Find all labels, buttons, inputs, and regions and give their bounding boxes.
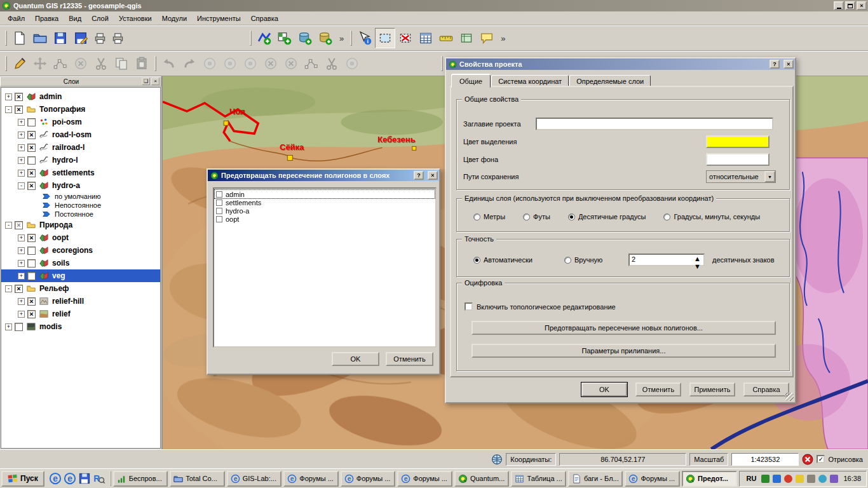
tree-expander-icon[interactable]: + [18, 273, 25, 280]
tree-expander-icon[interactable]: + [18, 234, 25, 241]
layer-row[interactable]: +ecoregions [1, 244, 160, 257]
dialog-close-button[interactable]: × [783, 60, 794, 69]
unit-radio[interactable]: Метры [473, 213, 505, 220]
menu-item[interactable]: Инструменты [192, 13, 246, 24]
checklist-item[interactable]: oopt [215, 215, 435, 223]
simplify-feature-button[interactable] [200, 53, 220, 74]
layer-row[interactable]: Непостоянное [1, 201, 160, 210]
layer-row[interactable]: +×admin [1, 90, 160, 103]
toolbar-grip[interactable] [250, 30, 252, 46]
tab-general[interactable]: Общие [451, 74, 491, 88]
scale-value[interactable]: 1:423532 [731, 453, 799, 466]
layer-row[interactable]: +modis [1, 320, 160, 333]
identify-button[interactable] [355, 28, 375, 48]
toolbar-grip[interactable] [5, 30, 7, 46]
item-checkbox[interactable] [216, 208, 222, 214]
layer-row[interactable]: -×Топография [1, 103, 160, 116]
tray-icon-7[interactable] [830, 475, 838, 483]
layer-visibility-checkbox[interactable]: × [15, 221, 23, 229]
merge-features-button[interactable] [342, 53, 362, 74]
toolbar-grip[interactable] [441, 56, 443, 71]
delete-ring-button[interactable] [261, 53, 281, 74]
spinner-down-icon[interactable]: ▼ [694, 262, 703, 270]
deselect-features-button[interactable] [395, 28, 416, 48]
layer-row[interactable]: Постоянное [1, 210, 160, 219]
taskbar-button[interactable]: Таблица ... [511, 471, 566, 487]
paste-features-button[interactable] [132, 53, 152, 74]
menu-item[interactable]: Правка [30, 13, 64, 24]
reshape-features-button[interactable] [301, 53, 322, 74]
tray-icon-4[interactable] [796, 475, 804, 483]
select-features-button[interactable] [375, 28, 395, 48]
tree-expander-icon[interactable]: + [5, 93, 12, 100]
menu-item[interactable]: Справка [246, 13, 283, 24]
layer-visibility-checkbox[interactable] [15, 323, 23, 331]
dialog-close-button[interactable]: × [428, 171, 438, 180]
layer-row[interactable]: +×relief-hill [1, 295, 160, 308]
layer-row[interactable]: +soils [1, 257, 160, 269]
taskbar-button[interactable]: Предот... [682, 471, 737, 487]
resize-grip[interactable] [785, 393, 794, 401]
internet-explorer-icon[interactable] [64, 472, 76, 485]
checklist-item[interactable]: settlements [215, 198, 435, 207]
project-title-input[interactable] [536, 118, 773, 130]
tree-expander-icon[interactable]: + [18, 311, 25, 318]
delete-part-button[interactable] [281, 53, 301, 74]
print-button[interactable] [109, 29, 126, 47]
cancel-button[interactable]: Отменить [635, 383, 681, 396]
tree-expander-icon[interactable]: - [18, 182, 25, 189]
layer-visibility-checkbox[interactable] [27, 156, 36, 165]
layer-visibility-checkbox[interactable]: × [27, 310, 36, 318]
close-button[interactable]: × [857, 1, 867, 10]
delete-selected-button[interactable] [71, 53, 91, 74]
layer-row[interactable]: -×Рельеф [1, 282, 160, 295]
menu-item[interactable]: Слой [86, 13, 114, 24]
ok-button[interactable]: OK [581, 383, 627, 396]
taskbar-button[interactable]: Quantum... [454, 471, 510, 487]
layer-visibility-checkbox[interactable]: × [27, 297, 36, 306]
layer-visibility-checkbox[interactable]: × [27, 169, 36, 177]
tray-icon-1[interactable] [761, 475, 770, 483]
unit-radio[interactable]: Футы [523, 213, 550, 220]
layer-row[interactable]: +veg [1, 269, 160, 282]
layer-row[interactable]: +hydro-l [1, 154, 160, 166]
tray-icon-6[interactable] [818, 475, 827, 483]
layer-row[interactable]: +×relief [1, 308, 160, 320]
taskbar-button[interactable]: Беспров... [113, 471, 168, 487]
annotation-button[interactable] [477, 28, 497, 48]
save-project-as-button[interactable] [71, 28, 91, 48]
tree-expander-icon[interactable]: - [5, 222, 12, 229]
checklist-item[interactable]: admin [215, 190, 435, 198]
menu-item[interactable]: Вид [64, 13, 86, 24]
maximize-button[interactable] [845, 1, 855, 10]
avoid-intersections-button[interactable]: Предотвращать пересечение новых полигоно… [471, 321, 776, 335]
panel-close-icon[interactable]: × [151, 78, 159, 85]
spinner-up-icon[interactable]: ▲ [694, 255, 703, 262]
snapping-options-button[interactable]: Параметры прилипания... [471, 344, 776, 358]
taskbar-button[interactable]: Форумы ... [283, 471, 339, 487]
toolbar-grip[interactable] [350, 30, 352, 46]
tree-expander-icon[interactable]: + [18, 144, 25, 151]
checklist-item[interactable]: hydro-a [215, 207, 435, 215]
node-tool-button[interactable] [50, 53, 71, 74]
cancel-button[interactable]: Отменить [386, 352, 433, 366]
cut-features-button[interactable] [91, 53, 111, 74]
save-paths-combo[interactable]: относительные ▼ [706, 170, 776, 183]
layer-visibility-checkbox[interactable]: × [27, 131, 36, 139]
minimize-button[interactable] [834, 1, 844, 10]
tree-expander-icon[interactable]: + [5, 323, 12, 330]
start-button[interactable]: Пуск [1, 471, 44, 487]
layer-visibility-checkbox[interactable] [27, 272, 36, 280]
split-features-button[interactable] [322, 53, 342, 74]
layer-visibility-checkbox[interactable] [27, 118, 36, 126]
undo-button[interactable] [159, 53, 179, 74]
layer-visibility-checkbox[interactable]: × [27, 234, 36, 242]
toolbar-overflow-icon[interactable]: » [501, 34, 505, 43]
selection-color-button[interactable] [706, 135, 770, 148]
toggle-editing-button[interactable] [10, 53, 30, 74]
item-checkbox[interactable] [216, 191, 222, 198]
add-part-button[interactable] [240, 53, 261, 74]
tree-expander-icon[interactable]: + [18, 157, 25, 164]
layer-visibility-checkbox[interactable]: × [15, 93, 23, 101]
item-checkbox[interactable] [216, 216, 222, 222]
